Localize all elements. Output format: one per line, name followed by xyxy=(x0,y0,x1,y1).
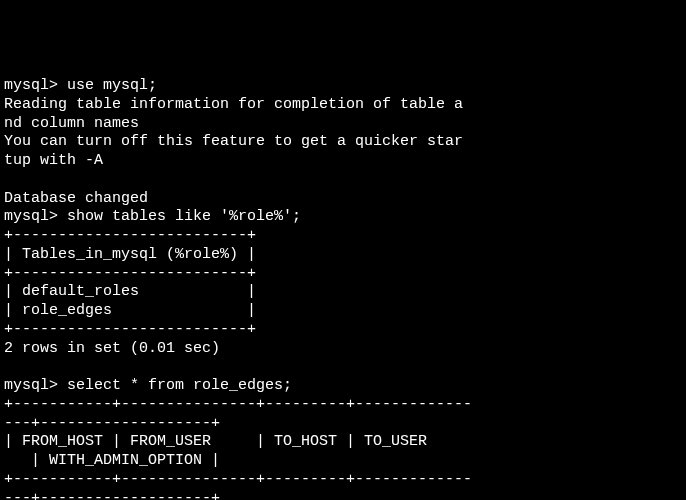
terminal-line: | Tables_in_mysql (%role%) | xyxy=(4,246,256,263)
terminal-line: +--------------------------+ xyxy=(4,321,256,338)
terminal-line: +--------------------------+ xyxy=(4,265,256,282)
terminal-line: tup with -A xyxy=(4,152,103,169)
terminal-line: Reading table information for completion… xyxy=(4,96,463,113)
terminal-line: | role_edges | xyxy=(4,302,256,319)
terminal-line: | FROM_HOST | FROM_USER | TO_HOST | TO_U… xyxy=(4,433,472,450)
terminal-line: | default_roles | xyxy=(4,283,256,300)
terminal-line: mysql> select * from role_edges; xyxy=(4,377,292,394)
terminal-line: ---+-------------------+ xyxy=(4,415,220,432)
mysql-terminal[interactable]: mysql> use mysql; Reading table informat… xyxy=(0,75,686,500)
terminal-line: You can turn off this feature to get a q… xyxy=(4,133,463,150)
terminal-line: +-----------+---------------+---------+-… xyxy=(4,396,472,413)
terminal-line: Database changed xyxy=(4,190,148,207)
terminal-line: mysql> use mysql; xyxy=(4,77,157,94)
terminal-line: ---+-------------------+ xyxy=(4,490,220,501)
terminal-line: 2 rows in set (0.01 sec) xyxy=(4,340,220,357)
terminal-line: +--------------------------+ xyxy=(4,227,256,244)
terminal-line: mysql> show tables like '%role%'; xyxy=(4,208,301,225)
terminal-line: +-----------+---------------+---------+-… xyxy=(4,471,472,488)
terminal-line: | WITH_ADMIN_OPTION | xyxy=(4,452,220,469)
terminal-line: nd column names xyxy=(4,115,139,132)
